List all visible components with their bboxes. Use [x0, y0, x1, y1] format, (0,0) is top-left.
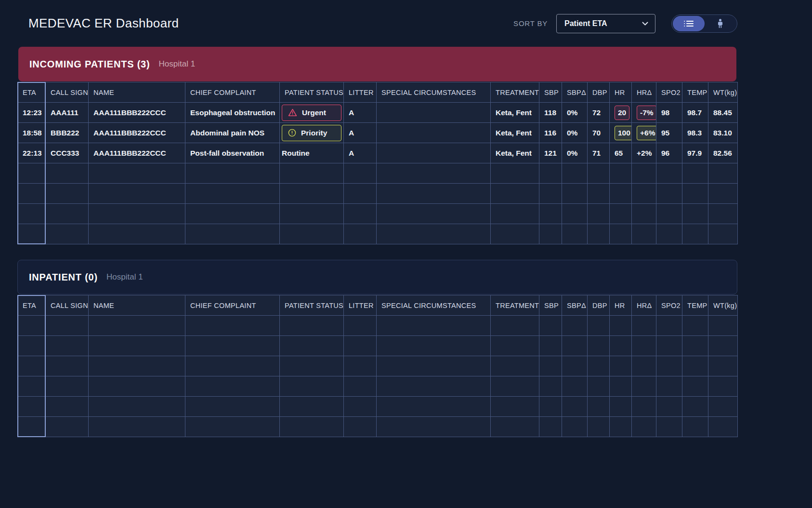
empty-cell [588, 316, 610, 336]
column-header-dbp: DBP [588, 82, 610, 103]
cell-litter: A [344, 103, 377, 123]
cell-spo2: 96 [656, 143, 682, 163]
cell-hrd: +6% [632, 123, 656, 143]
empty-cell [46, 204, 89, 224]
empty-cell [344, 397, 377, 417]
column-header-wt: WT(kg) [708, 295, 738, 316]
empty-cell [18, 417, 46, 437]
empty-cell [682, 316, 708, 336]
empty-cell [280, 376, 344, 397]
empty-row [18, 417, 738, 437]
patient-row[interactable]: 12:23AAA111AAA111BBB222CCCEsophageal obs… [18, 103, 738, 123]
column-header-dbp: DBP [588, 295, 610, 316]
empty-cell [588, 224, 610, 244]
empty-cell [656, 336, 682, 356]
chevron-down-icon [642, 22, 648, 26]
sort-dropdown-value: Patient ETA [564, 19, 607, 28]
empty-cell [562, 376, 588, 397]
column-header-hr: HR [610, 295, 632, 316]
patient-row[interactable]: 22:13CCC333AAA111BBB222CCCPost-fall obse… [18, 143, 738, 163]
empty-cell [46, 184, 89, 204]
empty-cell [185, 316, 280, 336]
incoming-patients-panel: INCOMING PATIENTS (3) Hospital 1 ETACALL… [17, 47, 737, 244]
empty-cell [708, 184, 738, 204]
cell-sbpd: 0% [562, 143, 588, 163]
list-view-button[interactable] [673, 16, 705, 31]
empty-cell [708, 204, 738, 224]
empty-cell [18, 336, 46, 356]
patient-view-button[interactable] [705, 16, 736, 31]
empty-cell [682, 204, 708, 224]
empty-cell [539, 224, 562, 244]
cell-status: Routine [280, 143, 344, 163]
empty-cell [18, 204, 46, 224]
cell-dbp: 71 [588, 143, 610, 163]
column-header-temp: TEMP [682, 82, 708, 103]
incoming-patients-title: INCOMING PATIENTS (3) [29, 59, 150, 70]
sort-dropdown[interactable]: Patient ETA [556, 14, 655, 33]
column-header-eta: ETA [18, 82, 46, 103]
empty-cell [539, 336, 562, 356]
empty-cell [682, 397, 708, 417]
empty-cell [491, 184, 539, 204]
inpatient-table-wrap: ETACALL SIGNNAMECHIEF COMPLAINTPATIENT S… [17, 295, 737, 437]
empty-cell [344, 417, 377, 437]
empty-cell [632, 356, 656, 376]
empty-row [18, 163, 738, 184]
empty-cell [610, 356, 632, 376]
column-header-spo2: SPO2 [656, 295, 682, 316]
empty-cell [588, 336, 610, 356]
column-header-eta: ETA [18, 295, 46, 316]
empty-row [18, 316, 738, 336]
empty-cell [588, 356, 610, 376]
cell-treatment: Keta, Fent [491, 143, 539, 163]
inpatient-panel: INPATIENT (0) Hospital 1 ETACALL SIGNNAM… [17, 260, 737, 437]
empty-cell [539, 376, 562, 397]
cell-wt: 82.56 [708, 143, 738, 163]
empty-cell [539, 184, 562, 204]
cell-treatment: Keta, Fent [491, 103, 539, 123]
empty-cell [610, 336, 632, 356]
empty-cell [708, 163, 738, 184]
empty-cell [708, 417, 738, 437]
empty-cell [46, 397, 89, 417]
column-header-litter: LITTER [344, 295, 377, 316]
empty-cell [491, 417, 539, 437]
empty-cell [344, 336, 377, 356]
empty-cell [377, 316, 491, 336]
column-header-sbp: SBP [539, 82, 562, 103]
cell-hr: 20 [610, 103, 632, 123]
status-badge-priority: Priority [282, 125, 341, 141]
cell-complaint: Esophageal obstruction [185, 103, 280, 123]
status-badge-urgent: Urgent [282, 105, 341, 121]
empty-cell [344, 316, 377, 336]
empty-cell [562, 417, 588, 437]
empty-cell [539, 356, 562, 376]
empty-cell [89, 336, 185, 356]
empty-cell [656, 397, 682, 417]
empty-cell [562, 184, 588, 204]
column-header-complaint: CHIEF COMPLAINT [185, 82, 280, 103]
cell-name: AAA111BBB222CCC [89, 123, 185, 143]
view-toggle [671, 14, 737, 33]
empty-row [18, 184, 738, 204]
inpatient-hospital-label: Hospital 1 [106, 272, 143, 282]
topbar-controls: SORT BY Patient ETA [513, 14, 737, 33]
empty-cell [588, 204, 610, 224]
sort-by-label: SORT BY [513, 19, 548, 27]
empty-cell [539, 397, 562, 417]
empty-cell [280, 163, 344, 184]
empty-cell [46, 316, 89, 336]
patient-row[interactable]: 18:58BBB222AAA111BBB222CCCAbdominal pain… [18, 123, 738, 143]
cell-call_sign: BBB222 [46, 123, 89, 143]
vital-highlight: -7% [637, 106, 656, 120]
column-header-temp: TEMP [682, 295, 708, 316]
column-header-status: PATIENT STATUS [280, 82, 344, 103]
empty-cell [632, 336, 656, 356]
empty-cell [185, 417, 280, 437]
empty-cell [89, 163, 185, 184]
person-icon [717, 19, 724, 28]
empty-cell [610, 163, 632, 184]
empty-row [18, 336, 738, 356]
column-header-complaint: CHIEF COMPLAINT [185, 295, 280, 316]
